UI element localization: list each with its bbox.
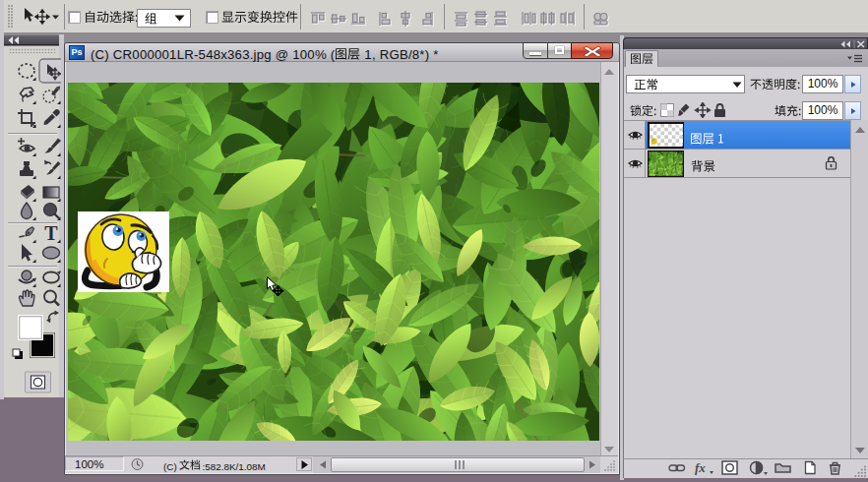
svg-text:T: T (44, 222, 58, 244)
svg-text:fx: fx (695, 460, 706, 475)
